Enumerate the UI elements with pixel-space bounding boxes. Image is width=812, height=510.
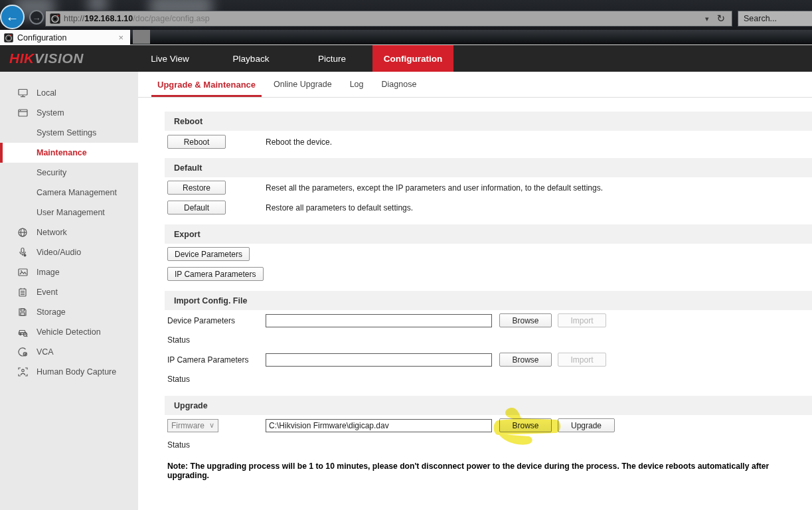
content-wrap: Local System System Settings Maintenance… [0, 72, 812, 510]
sidebar-item-label: Event [37, 288, 58, 297]
section-title: Reboot [174, 117, 203, 126]
restore-button[interactable]: Restore [167, 181, 226, 195]
subtab-bar: Upgrade & Maintenance Online Upgrade Log… [138, 72, 812, 98]
sidebar-item-label: Security [37, 168, 66, 177]
firmware-upgrade-button[interactable]: Upgrade [558, 418, 615, 432]
sidebar-item-label: Network [37, 228, 67, 237]
firmware-select-value: Firmware [171, 421, 204, 430]
search-input[interactable] [738, 11, 812, 26]
default-button[interactable]: Default [167, 201, 226, 214]
section-default: Default [165, 158, 812, 177]
sidebar-item-label: System Settings [37, 128, 96, 137]
tab-close-icon[interactable]: × [116, 33, 126, 42]
upgrade-note: Note: The upgrading process will be 1 to… [167, 462, 812, 480]
sidebar-item-local[interactable]: Local [0, 83, 138, 103]
address-bar[interactable]: http://192.168.1.10/doc/page/config.asp … [45, 11, 732, 27]
sidebar-item-maintenance[interactable]: Maintenance [0, 143, 138, 163]
sidebar-item-vca[interactable]: VCA [0, 342, 138, 362]
section-title: Import Config. File [174, 296, 247, 305]
import-ipc-browse-button[interactable]: Browse [499, 353, 552, 367]
import-device-parameters-input[interactable] [266, 314, 492, 327]
section-upgrade: Upgrade [165, 396, 812, 415]
globe-icon [16, 227, 29, 238]
import-ipc-import-button[interactable]: Import [558, 353, 606, 367]
reboot-desc: Reboot the device. [266, 137, 332, 147]
sidebar-item-storage[interactable]: Storage [0, 302, 138, 322]
firmware-type-select[interactable]: Firmware ∨ [167, 419, 218, 432]
sidebar-item-event[interactable]: Event [0, 282, 138, 302]
new-tab-button[interactable] [133, 30, 150, 44]
address-dropdown-icon[interactable]: ▾ [701, 15, 713, 23]
nav-playback[interactable]: Playback [210, 45, 291, 72]
main-nav: Live View Playback Picture Configuration [129, 45, 453, 72]
sidebar-item-label: System [37, 108, 64, 118]
microphone-icon [16, 247, 29, 258]
sidebar-item-label: Human Body Capture [37, 367, 116, 377]
sidebar-item-network[interactable]: Network [0, 222, 138, 242]
back-button[interactable]: ← [0, 5, 25, 29]
sidebar-item-label: Image [37, 268, 60, 277]
floppy-disk-icon [16, 307, 29, 317]
forward-button[interactable]: → [29, 10, 44, 25]
sidebar-item-label: Maintenance [37, 148, 87, 157]
nav-picture[interactable]: Picture [291, 45, 372, 72]
site-header: HIKVISION Live View Playback Picture Con… [0, 45, 812, 72]
search-box[interactable] [738, 11, 812, 27]
sidebar-item-video-audio[interactable]: Video/Audio [0, 242, 138, 262]
nav-configuration[interactable]: Configuration [372, 45, 453, 72]
section-reboot: Reboot [165, 112, 812, 131]
section-import-config: Import Config. File [165, 291, 812, 310]
browser-tab-configuration[interactable]: Configuration × [0, 30, 130, 45]
sidebar-item-user-management[interactable]: User Management [0, 203, 138, 222]
restore-desc: Reset all the parameters, except the IP … [266, 183, 603, 193]
tab-online-upgrade[interactable]: Online Upgrade [274, 72, 332, 97]
export-ip-camera-parameters-button[interactable]: IP Camera Parameters [167, 267, 264, 281]
tab-log[interactable]: Log [350, 72, 364, 97]
sidebar-item-system[interactable]: System [0, 103, 138, 123]
human-body-icon [16, 367, 29, 377]
section-title: Upgrade [174, 401, 208, 410]
default-desc: Restore all parameters to default settin… [266, 203, 413, 212]
sidebar-item-label: Video/Audio [37, 248, 81, 257]
section-export: Export [165, 224, 812, 244]
sidebar-item-image[interactable]: Image [0, 262, 138, 282]
url-scheme: http:// [64, 14, 84, 23]
sidebar-item-label: Vehicle Detection [37, 327, 101, 337]
main-panel: Upgrade & Maintenance Online Upgrade Log… [138, 72, 812, 510]
back-icon: ← [6, 9, 19, 25]
logo-hik: HIK [9, 50, 35, 66]
picture-icon [16, 267, 29, 278]
firmware-browse-button[interactable]: Browse [499, 418, 552, 432]
firmware-file-input[interactable] [266, 419, 492, 432]
sidebar-item-security[interactable]: Security [0, 163, 138, 183]
tab-upgrade-maintenance[interactable]: Upgrade & Maintenance [157, 72, 256, 97]
sidebar-item-system-settings[interactable]: System Settings [0, 123, 138, 143]
section-title: Default [174, 163, 202, 173]
tab-favicon-icon [4, 33, 13, 42]
import-ip-camera-parameters-input[interactable] [266, 353, 492, 367]
logo-vision: VISION [35, 50, 84, 66]
monitor-icon [16, 88, 29, 98]
browser-tab-bar: Configuration × [0, 30, 812, 45]
tab-title: Configuration [17, 33, 116, 42]
export-device-parameters-button[interactable]: Device Parameters [167, 247, 250, 261]
reboot-button[interactable]: Reboot [167, 135, 226, 149]
import-device-status-label: Status [167, 335, 812, 345]
sidebar-item-label: VCA [37, 347, 54, 357]
nav-live-view[interactable]: Live View [129, 45, 210, 72]
sidebar-item-label: Local [37, 88, 56, 98]
sidebar-item-label: User Management [37, 208, 105, 217]
tab-diagnose[interactable]: Diagnose [382, 72, 417, 97]
refresh-icon[interactable]: ↻ [712, 13, 729, 25]
chevron-down-icon: ∨ [209, 421, 214, 430]
sidebar-item-vehicle-detection[interactable]: Vehicle Detection [0, 322, 138, 342]
section-title: Export [174, 230, 201, 239]
upgrade-status-label: Status [167, 440, 812, 450]
sidebar-item-camera-management[interactable]: Camera Management [0, 183, 138, 203]
url-host: 192.168.1.10 [84, 14, 133, 23]
import-device-import-button[interactable]: Import [558, 313, 606, 327]
import-device-browse-button[interactable]: Browse [499, 313, 552, 327]
sidebar-item-human-body-capture[interactable]: Human Body Capture [0, 362, 138, 382]
import-device-parameters-label: Device Parameters [167, 316, 266, 325]
sidebar: Local System System Settings Maintenance… [0, 72, 138, 510]
